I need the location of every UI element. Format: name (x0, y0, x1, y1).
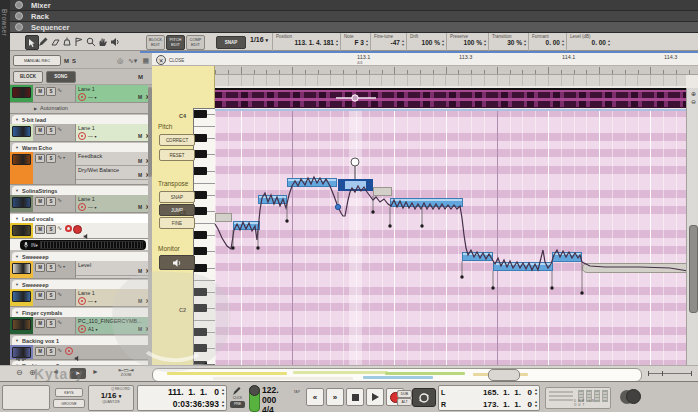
speaker-tool[interactable] (109, 35, 121, 48)
lane-record-icon[interactable] (78, 93, 86, 101)
solo-button[interactable]: S (46, 154, 56, 163)
pitch-note[interactable] (338, 179, 373, 191)
groove-button[interactable]: GROOVE (53, 399, 85, 408)
stepper-icon[interactable]: ▴▾ (535, 388, 537, 395)
solo-button[interactable]: S (46, 225, 56, 234)
param-lane-row[interactable]: Feedback M X (76, 152, 152, 166)
piano-black-key[interactable] (194, 247, 207, 255)
field-fine-tune[interactable]: Fine-tune -47 ▴▾ (370, 33, 406, 51)
take-dropdown[interactable]: — ▾ (88, 94, 96, 100)
lanes-icon[interactable]: ∿ (57, 347, 62, 354)
vocal-input-tuner[interactable]: IN▾ (20, 240, 146, 250)
piano-black-key[interactable] (194, 264, 207, 272)
keys-button[interactable]: KEYS (55, 388, 83, 397)
tempo-panel[interactable]: 122. 000TAP 4/4 (262, 385, 300, 411)
lanes-icon[interactable]: ∿ (57, 225, 62, 232)
stepper-icon[interactable]: ▴▾ (336, 39, 338, 46)
field-formant[interactable]: Formant 0. 00 ▴▾ (528, 33, 566, 51)
field-value[interactable]: 113. 1. 4. 181 (295, 39, 334, 46)
lane-record-icon[interactable] (78, 203, 86, 211)
track-header[interactable]: ▼ SolinaStrings (12, 186, 150, 195)
lanes-icon[interactable]: ∿ (57, 126, 62, 133)
field-note[interactable]: Note F 3 ▴▾ (340, 33, 370, 51)
solo-all-label[interactable]: S (72, 58, 76, 64)
stepper-icon[interactable]: ▴▾ (524, 39, 526, 46)
param-lane-row[interactable]: Dry/Wet Balance M X (76, 166, 152, 180)
pitch-note[interactable] (582, 263, 686, 273)
pitch-note[interactable] (493, 262, 553, 271)
target-icon[interactable]: ◎ (117, 57, 123, 65)
song-mode-button[interactable]: SONG (46, 71, 76, 83)
fold-triangle-icon[interactable]: ▼ (15, 117, 19, 122)
field-level-db-[interactable]: Level (dB) 0. 00 ▴▾ (566, 33, 612, 51)
mute-button[interactable]: M (35, 126, 45, 135)
mute-all-label[interactable]: M (64, 58, 69, 64)
pitch-note[interactable] (287, 178, 337, 187)
hand-tool[interactable] (97, 35, 109, 48)
mute-button[interactable]: M (35, 263, 45, 272)
manual-rec-button[interactable]: MANUAL REC (13, 55, 61, 66)
field-value[interactable]: F 3 (355, 39, 364, 46)
zoom-in-v-icon[interactable]: ⊕ (691, 90, 696, 97)
track-color-tab[interactable] (10, 223, 33, 238)
track-body[interactable]: M S ∿Lane 1 — ▾ M X (10, 85, 152, 103)
browser-sidebar-tab[interactable]: Browser (0, 0, 10, 368)
zoom-out-v-icon[interactable]: ⊖ (691, 98, 696, 105)
piano-black-key[interactable] (194, 150, 207, 158)
track-color-tab[interactable] (10, 152, 33, 184)
clip-overview-strip[interactable] (215, 88, 686, 108)
ruler-tick-strip[interactable] (215, 66, 698, 75)
transpose-fine-button[interactable]: FINE (159, 217, 195, 229)
solo-button[interactable]: S (46, 197, 56, 206)
track-color-tab[interactable] (10, 85, 33, 102)
input-label[interactable]: IN▾ (31, 243, 38, 248)
track-color-tab[interactable] (10, 289, 33, 306)
note-lane[interactable]: Lane 1 — ▾ M X (75, 124, 152, 141)
track-color-tab[interactable] (10, 195, 33, 212)
track-color-tab[interactable] (10, 261, 33, 278)
navigator-view-handle[interactable] (488, 369, 520, 381)
fold-triangle-icon[interactable]: ▼ (15, 282, 19, 287)
field-position[interactable]: Position 113. 1. 4. 181 ▴▾ (272, 33, 340, 51)
solo-button[interactable]: S (46, 263, 56, 272)
take-dropdown[interactable]: — ▾ (88, 298, 96, 304)
pitch-note[interactable] (462, 252, 493, 261)
razor-tool[interactable] (61, 35, 73, 48)
stepper-icon[interactable]: ▴▾ (366, 39, 368, 46)
eraser-tool[interactable] (49, 35, 61, 48)
track-body[interactable]: M S ∿▾Feedback M XDry/Wet Balance M X (10, 152, 152, 185)
grid-value-dropdown[interactable]: 1/16 ▾ (250, 36, 268, 43)
chevron-down-icon[interactable]: ▾ (63, 154, 65, 161)
rewind-button[interactable]: « (306, 388, 324, 406)
song-position-panel[interactable]: 111. 1. 1. 0▴▾ 0:03:36:393▴▾ (137, 385, 227, 411)
fold-triangle-icon[interactable]: ▼ (15, 145, 19, 150)
monitor-speaker-button[interactable] (159, 255, 195, 270)
click-level-slider[interactable] (249, 386, 260, 412)
track-color-tab[interactable] (10, 317, 33, 334)
fold-triangle-icon[interactable]: ▼ (15, 188, 19, 193)
field-drift[interactable]: Drift 100 % ▴▾ (406, 33, 446, 51)
stepper-icon[interactable]: ▴▾ (535, 400, 537, 407)
field-value[interactable]: 30 % (507, 39, 522, 46)
track-body[interactable]: M S ∿▾Level M X (10, 261, 152, 279)
block-mode-button[interactable]: BLOCK (13, 71, 43, 83)
pitch-edit-button[interactable]: PITCH EDIT (166, 35, 185, 50)
mute-button[interactable]: M (35, 87, 45, 96)
field-preserve[interactable]: Preserve 100 % ▴▾ (446, 33, 488, 51)
block-edit-button[interactable]: BLOCK EDIT (146, 35, 165, 50)
pitch-correct-button[interactable]: CORRECT (159, 134, 195, 146)
editor-vertical-scrollbar[interactable] (686, 88, 698, 365)
comp-edit-button[interactable]: COMP EDIT (186, 35, 205, 50)
dub-button[interactable]: DUB (397, 390, 412, 398)
field-value[interactable]: 0. 00 (592, 39, 606, 46)
field-value[interactable]: 100 % (422, 39, 440, 46)
record-arm-icon[interactable] (65, 347, 73, 355)
mute-tool[interactable] (73, 35, 85, 48)
snap-button[interactable]: SNAP (216, 36, 246, 49)
lanes-icon[interactable]: ∿ (57, 291, 62, 298)
titlebar-rack[interactable]: Rack (10, 11, 698, 22)
loop-button[interactable] (412, 388, 436, 407)
pencil-tool[interactable] (37, 35, 49, 48)
lanes-icon[interactable]: ∿ (57, 319, 62, 326)
pitch-note[interactable] (390, 198, 463, 207)
